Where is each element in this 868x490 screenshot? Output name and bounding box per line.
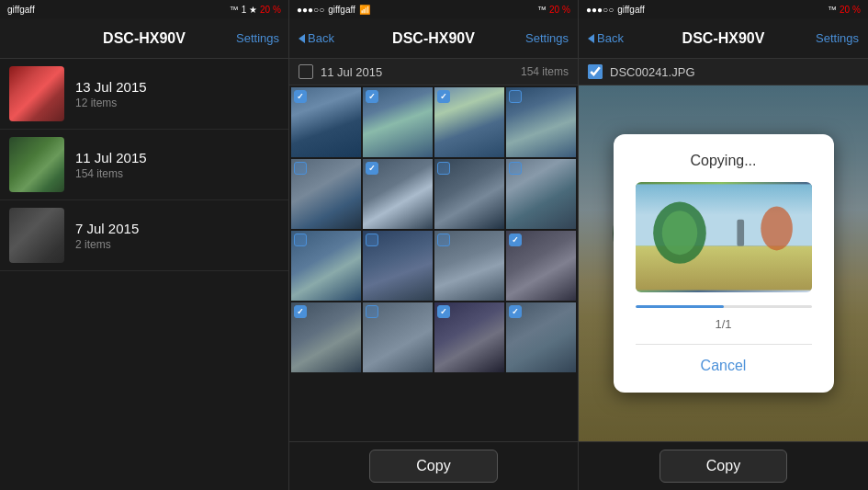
album-count-2: 2 items: [75, 238, 139, 251]
carrier-label-3: giffgaff: [617, 5, 645, 15]
nav-bar-3: Back DSC-HX90V Settings: [579, 18, 868, 59]
status-bar-2: ●●●○○ giffgaff 📶 19:22 ™ 20 %: [289, 0, 578, 18]
photo-cell-15[interactable]: [506, 302, 576, 372]
album-info-1: 11 Jul 2015 154 items: [75, 150, 147, 180]
dialog-title: Copying...: [636, 153, 812, 169]
file-name-label: DSC00241.JPG: [610, 65, 695, 79]
photo-check-2[interactable]: [437, 90, 450, 103]
photo-cell-10[interactable]: [434, 231, 504, 301]
grid-header: 11 Jul 2015 154 items: [289, 59, 578, 85]
back-label-2: Back: [308, 31, 334, 45]
album-date-1: 11 Jul 2015: [75, 150, 147, 165]
chevron-left-icon-3: [588, 34, 594, 43]
dialog-cancel-button[interactable]: Cancel: [701, 358, 747, 374]
grid-header-left: 11 Jul 2015: [299, 64, 382, 79]
photo-cell-3[interactable]: [506, 87, 576, 157]
battery-pct-1: 20: [260, 5, 270, 15]
photo-check-3[interactable]: [509, 90, 522, 103]
photo-cell-5[interactable]: [363, 159, 433, 229]
select-all-checkbox[interactable]: [299, 64, 313, 79]
settings-btn-3[interactable]: Settings: [816, 31, 859, 45]
photo-cell-1[interactable]: [363, 87, 433, 157]
photo-cell-4[interactable]: [291, 159, 361, 229]
back-btn-3[interactable]: Back: [588, 31, 624, 45]
status-left-3: ●●●○○ giffgaff: [586, 5, 645, 15]
photo-cell-13[interactable]: [363, 302, 433, 372]
album-item-1[interactable]: 11 Jul 2015 154 items: [0, 130, 288, 200]
photo-cell-7[interactable]: [506, 159, 576, 229]
status-bar-3: ●●●○○ giffgaff 19:28 ™ 20 %: [579, 0, 868, 18]
album-thumb-0: [9, 66, 64, 121]
battery-pct-3: 20: [840, 5, 850, 15]
copy-button-3[interactable]: Copy: [659, 450, 787, 483]
grid-count: 154 items: [521, 65, 569, 78]
back-label-3: Back: [597, 31, 624, 45]
status-left-2: ●●●○○ giffgaff 📶: [297, 5, 370, 15]
settings-btn-2[interactable]: Settings: [525, 31, 569, 45]
album-thumb-2: [9, 208, 64, 263]
status-right-1: ™ 1 ★ 20 %: [230, 5, 281, 15]
photo-check-11[interactable]: [509, 234, 522, 246]
panel-single-photo: ●●●○○ giffgaff 19:28 ™ 20 % Back DSC-HX9…: [579, 0, 868, 490]
nav-title-1: DSC-HX90V: [103, 30, 186, 47]
photo-cell-14[interactable]: [434, 302, 504, 372]
grid-date: 11 Jul 2015: [321, 65, 382, 79]
photo-cell-8[interactable]: [291, 231, 361, 301]
album-count-0: 12 items: [75, 97, 147, 109]
photo-check-6[interactable]: [437, 162, 450, 175]
photo-check-15[interactable]: [509, 305, 522, 318]
photo-check-0[interactable]: [294, 90, 307, 103]
copy-bar-3: Copy: [579, 441, 868, 490]
photo-check-8[interactable]: [294, 234, 307, 246]
album-info-2: 7 Jul 2015 2 items: [75, 221, 139, 251]
photo-cell-11[interactable]: [506, 231, 576, 301]
svg-point-6: [661, 211, 696, 255]
battery-label-2: %: [562, 5, 570, 15]
back-btn-2[interactable]: Back: [299, 31, 334, 45]
chevron-left-icon-2: [299, 34, 305, 43]
carrier-label-1: giffgaff: [7, 5, 35, 15]
bluetooth-icon-1: ™: [230, 5, 239, 15]
photo-check-5[interactable]: [366, 162, 378, 175]
photo-check-7[interactable]: [509, 162, 522, 175]
dialog-divider: [636, 344, 812, 345]
album-thumb-1: [9, 137, 64, 192]
copy-button-2[interactable]: Copy: [369, 450, 497, 483]
photo-check-4[interactable]: [294, 162, 307, 175]
photo-cell-12[interactable]: [291, 302, 361, 372]
album-item-0[interactable]: 13 Jul 2015 12 items: [0, 59, 288, 130]
album-date-0: 13 Jul 2015: [75, 79, 147, 95]
photo-check-10[interactable]: [437, 234, 450, 246]
photo-check-14[interactable]: [437, 305, 450, 318]
panel-album-list: giffgaff 19:28 ™ 1 ★ 20 % DSC-HX90V Sett…: [0, 0, 289, 490]
photo-cell-9[interactable]: [363, 231, 433, 301]
dialog-preview-svg: [636, 182, 812, 292]
panel-photo-grid: ●●●○○ giffgaff 📶 19:22 ™ 20 % Back DSC-H…: [289, 0, 579, 490]
copy-dialog: Copying...: [614, 134, 834, 393]
battery-pct-2: 20: [549, 5, 559, 15]
album-item-2[interactable]: 7 Jul 2015 2 items: [0, 200, 288, 271]
photo-check-9[interactable]: [366, 234, 378, 246]
photo-check-12[interactable]: [294, 305, 307, 318]
progress-fill: [636, 305, 724, 308]
photo-check-1[interactable]: [366, 90, 378, 103]
copy-dialog-overlay: Copying...: [579, 85, 868, 441]
album-list: 13 Jul 2015 12 items 11 Jul 2015 154 ite…: [0, 59, 288, 490]
status-bar-1: giffgaff 19:28 ™ 1 ★ 20 %: [0, 0, 288, 18]
photo-cell-2[interactable]: [434, 87, 504, 157]
status-right-3: ™ 20 %: [828, 5, 861, 15]
progress-bar-container: [636, 305, 812, 308]
bt-icon-2: ™: [537, 5, 547, 15]
photo-check-13[interactable]: [366, 305, 378, 318]
signal-dots-2: ●●●○○: [297, 5, 324, 15]
nav-title-3: DSC-HX90V: [682, 30, 765, 47]
nav-title-2: DSC-HX90V: [392, 30, 475, 47]
photo-cell-6[interactable]: [434, 159, 504, 229]
copy-bar-2: Copy: [289, 441, 578, 490]
battery-icon-1: %: [273, 5, 281, 15]
settings-btn-1[interactable]: Settings: [236, 31, 279, 45]
photo-cell-0[interactable]: [291, 87, 361, 157]
photo-grid: [289, 85, 578, 441]
carrier-label-2: giffgaff: [328, 5, 355, 15]
file-select-checkbox[interactable]: [588, 64, 603, 79]
